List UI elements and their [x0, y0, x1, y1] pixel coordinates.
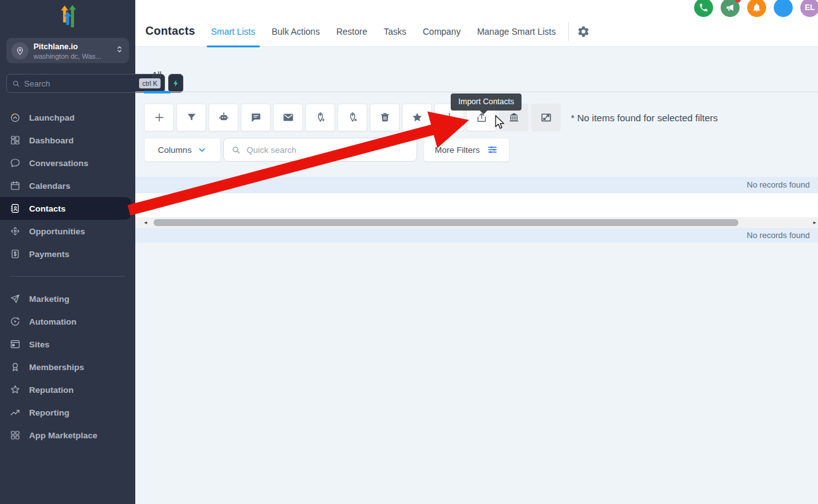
sidebar-item-memberships[interactable]: Memberships [0, 356, 135, 378]
toolbar-delete-button[interactable] [370, 104, 400, 131]
filter-status-message: * No items found for selected filters [571, 112, 718, 123]
sidebar-search-input[interactable] [24, 79, 135, 88]
quick-search[interactable] [223, 138, 417, 162]
download-icon [443, 111, 456, 124]
help-button[interactable] [774, 0, 793, 17]
sites-icon [9, 339, 21, 350]
sidebar-item-label: Automation [29, 317, 76, 327]
tab-manage-smart-lists[interactable]: Manage Smart Lists [477, 27, 556, 37]
sidebar-item-label: Sites [29, 340, 49, 349]
quick-action-icons: EL [694, 0, 818, 17]
bell-icon [752, 3, 762, 13]
tab-company[interactable]: Company [423, 27, 461, 37]
sidebar-item-app-marketplace[interactable]: App Marketplace [0, 424, 135, 447]
announcements-button[interactable] [721, 0, 740, 17]
main-area: Contacts Smart ListsBulk ActionsRestoreT… [135, 0, 818, 504]
account-location: washington dc, Was... [34, 52, 110, 61]
payments-icon [9, 248, 21, 260]
chevron-down-icon [197, 145, 207, 155]
toolbar-remove-tag-button[interactable] [338, 104, 367, 131]
tab-smart-lists[interactable]: Smart Lists [211, 27, 255, 37]
table-footer-row: No records found [135, 228, 818, 243]
sidebar-item-reputation[interactable]: Reputation [0, 378, 135, 401]
quick-search-input[interactable] [247, 145, 410, 155]
scrollbar-left-arrow[interactable]: ◂ [144, 217, 147, 228]
reputation-icon [9, 384, 21, 395]
tab-all[interactable]: All [152, 70, 162, 80]
contacts-table: No records found ◂ ▸ No records found [135, 177, 818, 243]
sidebar-item-conversations[interactable]: Conversations [0, 152, 135, 174]
toolbar-send-sms-button[interactable] [241, 104, 271, 131]
toolbar-automation-bot-button[interactable] [209, 104, 238, 131]
toolbar-add-tag-button[interactable] [305, 104, 335, 131]
page-header: Contacts Smart ListsBulk ActionsRestoreT… [135, 0, 818, 47]
megaphone-icon [725, 3, 735, 13]
phone-icon [699, 3, 709, 13]
sidebar-item-label: Conversations [29, 159, 89, 168]
account-switcher[interactable]: Pitchlane.io washington dc, Was... [6, 38, 129, 63]
sidebar-item-payments[interactable]: Payments [0, 243, 135, 265]
avatar: EL [805, 3, 815, 12]
sidebar-item-label: Dashboard [29, 136, 74, 145]
reporting-icon [9, 407, 21, 418]
tab-tasks[interactable]: Tasks [384, 27, 406, 37]
envelope-icon [282, 111, 295, 124]
launchpad-icon [9, 112, 21, 123]
horizontal-scrollbar[interactable]: ◂ ▸ [135, 217, 818, 228]
sidebar-item-calendars[interactable]: Calendars [0, 174, 135, 197]
table-body-empty [135, 193, 818, 217]
funnel-icon [185, 111, 198, 124]
toolbar-add-contact-button[interactable] [144, 104, 174, 131]
contacts-icon [9, 203, 21, 214]
tag-remove-icon [346, 111, 359, 124]
account-name: Pitchlane.io [34, 42, 78, 51]
location-pin-icon [11, 42, 28, 59]
notification-dot [735, 0, 741, 3]
scrollbar-right-arrow[interactable]: ▸ [813, 217, 816, 228]
profile-button[interactable]: EL [800, 0, 818, 17]
sidebar-item-reporting[interactable]: Reporting [0, 401, 135, 424]
sidebar-item-sites[interactable]: Sites [0, 333, 135, 356]
star-icon [411, 111, 424, 124]
trash-icon [379, 111, 391, 124]
frame-arrow-icon [540, 111, 552, 124]
app-marketplace-icon [9, 429, 21, 441]
marketing-icon [9, 293, 21, 304]
more-filters-button[interactable]: More Filters [424, 138, 510, 162]
sidebar-item-contacts[interactable]: Contacts [0, 197, 131, 220]
toolbar-merge-button[interactable] [531, 104, 561, 131]
question-icon [778, 3, 788, 13]
sidebar-item-marketing[interactable]: Marketing [0, 287, 135, 310]
search-icon [12, 80, 20, 88]
columns-button[interactable]: Columns [144, 138, 221, 162]
search-icon [231, 145, 241, 155]
sidebar-item-label: Marketing [29, 294, 70, 304]
sidebar-item-label: Reporting [29, 408, 70, 417]
sidebar: Pitchlane.io washington dc, Was... ctrl … [0, 0, 135, 504]
toolbar-star-button[interactable] [402, 104, 432, 131]
page-title: Contacts [145, 25, 195, 38]
app-window: Pitchlane.io washington dc, Was... ctrl … [0, 0, 818, 504]
notifications-button[interactable] [747, 0, 766, 17]
tab-restore[interactable]: Restore [336, 27, 367, 37]
toolbar-filter-button[interactable] [176, 104, 206, 131]
scrollbar-thumb[interactable] [154, 219, 738, 226]
sidebar-item-label: Reputation [29, 385, 74, 395]
tab-bulk-actions[interactable]: Bulk Actions [272, 27, 320, 37]
phone-button[interactable] [694, 0, 713, 17]
settings-button[interactable] [577, 25, 590, 38]
memberships-icon [9, 361, 21, 373]
sidebar-item-launchpad[interactable]: Launchpad [0, 106, 135, 129]
gear-icon [577, 25, 590, 38]
chevron-updown-icon [115, 45, 124, 56]
tag-add-icon [314, 111, 327, 124]
logo-arrows [61, 5, 76, 27]
sidebar-item-label: Contacts [29, 204, 66, 213]
sidebar-item-automation[interactable]: Automation [0, 310, 135, 333]
sidebar-item-opportunities[interactable]: Opportunities [0, 220, 135, 243]
sidebar-item-dashboard[interactable]: Dashboard [0, 129, 135, 152]
more-filters-label: More Filters [435, 145, 480, 155]
sidebar-item-label: Calendars [29, 181, 70, 191]
toolbar-send-email-button[interactable] [273, 104, 303, 131]
sidebar-item-label: Payments [29, 249, 70, 259]
